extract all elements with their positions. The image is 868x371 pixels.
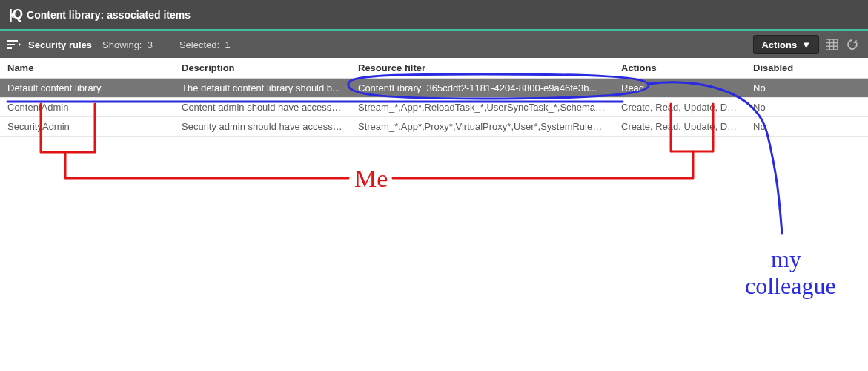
cell-name: ContentAdmin xyxy=(0,98,174,117)
cell-actions: Create, Read, Update, Del... xyxy=(614,117,746,137)
col-description[interactable]: Description xyxy=(174,58,351,79)
annotation-colleague-label: my colleague xyxy=(745,246,836,299)
svg-rect-3 xyxy=(826,39,838,50)
cell-disabled: No xyxy=(746,98,868,117)
cell-description: Content admin should have access r... xyxy=(174,98,351,117)
showing-label: Showing: xyxy=(102,39,142,50)
cell-disabled: No xyxy=(746,79,868,98)
col-name[interactable]: Name xyxy=(0,58,174,79)
table-row[interactable]: ContentAdminContent admin should have ac… xyxy=(0,98,868,117)
breadcrumb-bar: |‹Q Content library: associated items xyxy=(0,0,868,31)
list-filter-icon[interactable] xyxy=(7,39,21,50)
showing-text: Showing: 3 xyxy=(102,39,153,50)
toolbar: Security rules Showing: 3 Selected: 1 Ac… xyxy=(0,31,868,58)
cell-resource-filter: Stream_*,App*,ReloadTask_*,UserSyncTask_… xyxy=(351,98,614,117)
cell-resource-filter: ContentLibrary_365cddf2-1181-4204-8800-e… xyxy=(351,79,614,98)
showing-count: 3 xyxy=(148,39,153,50)
section-label: Security rules xyxy=(28,39,92,50)
table-row[interactable]: Default content libraryThe default conte… xyxy=(0,79,868,98)
cell-resource-filter: Stream_*,App*,Proxy*,VirtualProxy*,User*… xyxy=(351,117,614,137)
col-disabled[interactable]: Disabled xyxy=(746,58,868,79)
col-actions[interactable]: Actions xyxy=(614,58,746,79)
caret-down-icon: ▼ xyxy=(801,39,811,50)
actions-button[interactable]: Actions ▼ xyxy=(753,35,819,54)
toolbar-left: Security rules Showing: 3 Selected: 1 xyxy=(7,39,231,50)
cell-name: Default content library xyxy=(0,79,174,98)
cell-actions: Create, Read, Update, Del... xyxy=(614,98,746,117)
col-resource-filter[interactable]: Resource filter xyxy=(351,58,614,79)
cell-actions: Read xyxy=(614,79,746,98)
page-title: Content library: associated items xyxy=(27,9,191,21)
column-picker-icon[interactable] xyxy=(824,36,840,53)
svg-rect-0 xyxy=(7,40,18,42)
actions-button-label: Actions xyxy=(761,39,797,50)
cell-name: SecurityAdmin xyxy=(0,117,174,137)
selected-count: 1 xyxy=(225,39,230,50)
back-icon[interactable]: |‹Q xyxy=(9,7,21,22)
cell-description: The default content library should b... xyxy=(174,79,351,98)
annotation-me-label: Me xyxy=(354,165,388,192)
selected-text: Selected: 1 xyxy=(179,39,231,50)
cell-disabled: No xyxy=(746,117,868,137)
svg-rect-2 xyxy=(7,47,12,49)
cell-description: Security admin should have access r... xyxy=(174,117,351,137)
refresh-icon[interactable] xyxy=(844,36,861,53)
table-header-row: Name Description Resource filter Actions… xyxy=(0,58,868,79)
table-row[interactable]: SecurityAdminSecurity admin should have … xyxy=(0,117,868,137)
selected-label: Selected: xyxy=(179,39,219,50)
svg-rect-1 xyxy=(7,44,15,45)
security-rules-table: Name Description Resource filter Actions… xyxy=(0,58,868,137)
